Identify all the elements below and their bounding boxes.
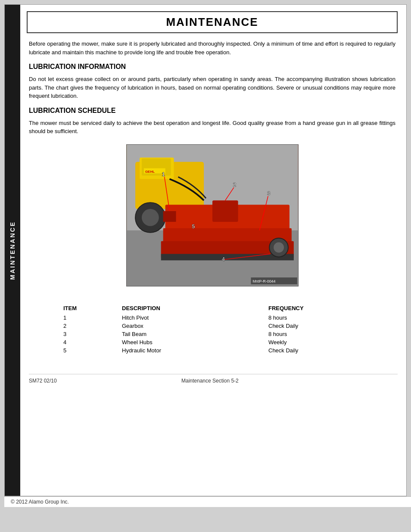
intro-paragraph: Before operating the mower, make sure it…	[29, 40, 395, 56]
svg-text:1: 1	[162, 171, 165, 177]
cell-frequency: Check Daily	[268, 322, 378, 330]
svg-rect-16	[163, 211, 176, 222]
cell-item: 2	[63, 322, 122, 330]
cell-description: Hydraulic Motor	[122, 346, 268, 355]
col-header-frequency: FREQUENCY	[268, 304, 378, 314]
cell-item: 4	[63, 338, 122, 346]
table-row: 1Hitch Pivot8 hours	[63, 314, 378, 322]
col-header-description: DESCRIPTION	[122, 304, 268, 314]
sidebar: MAINTENANCE	[5, 5, 20, 496]
mower-image: GEHL	[126, 144, 299, 286]
cell-description: Hitch Pivot	[122, 314, 268, 322]
cell-frequency: 8 hours	[268, 330, 378, 338]
lubrication-info-heading: LUBRICATION INFORMATION	[29, 63, 395, 71]
cell-item: 1	[63, 314, 122, 322]
lubrication-info-text: Do not let excess grease collect on or a…	[29, 75, 395, 100]
title-box: MAINTENANCE	[27, 11, 398, 33]
content-area: MAINTENANCE Before operating the mower, …	[20, 5, 406, 496]
table-row: 4Wheel HubsWeekly	[63, 338, 378, 346]
copyright-text: © 2012 Alamo Group Inc.	[11, 499, 69, 505]
cell-description: Tail Beam	[122, 330, 268, 338]
table-row: 3Tail Beam8 hours	[63, 330, 378, 338]
svg-text:3: 3	[267, 190, 270, 196]
cell-description: Wheel Hubs	[122, 338, 268, 346]
svg-point-8	[142, 209, 159, 226]
footer: SM72 02/10 Maintenance Section 5-2	[29, 374, 398, 386]
lubrication-schedule-heading: LUBRICATION SCHEDULE	[29, 107, 395, 115]
svg-point-18	[274, 242, 284, 252]
image-container: GEHL	[29, 144, 395, 286]
svg-text:GEHL: GEHL	[145, 169, 154, 173]
cell-item: 5	[63, 346, 122, 355]
cell-description: Gearbox	[122, 322, 268, 330]
cell-frequency: Weekly	[268, 338, 378, 346]
lubrication-schedule-text: The mower must be serviced daily to achi…	[29, 119, 395, 136]
svg-rect-15	[212, 200, 238, 222]
svg-text:MntP-R-0044: MntP-R-0044	[252, 279, 275, 283]
cell-item: 3	[63, 330, 122, 338]
table-row: 5Hydraulic MotorCheck Daily	[63, 346, 378, 355]
cell-frequency: 8 hours	[268, 314, 378, 322]
sidebar-label: MAINTENANCE	[9, 221, 16, 280]
col-header-item: ITEM	[63, 304, 122, 314]
copyright-bar: © 2012 Alamo Group Inc.	[4, 496, 411, 507]
svg-text:4: 4	[221, 256, 225, 262]
footer-center: Maintenance Section 5-2	[181, 378, 239, 384]
page-title: MAINTENANCE	[166, 16, 258, 28]
schedule-table: ITEM DESCRIPTION FREQUENCY 1Hitch Pivot8…	[63, 304, 378, 355]
svg-text:5: 5	[192, 223, 195, 229]
schedule-table-container: ITEM DESCRIPTION FREQUENCY 1Hitch Pivot8…	[29, 295, 395, 367]
table-row: 2GearboxCheck Daily	[63, 322, 378, 330]
cell-frequency: Check Daily	[268, 346, 378, 355]
svg-text:2: 2	[233, 181, 236, 188]
footer-left: SM72 02/10	[29, 378, 57, 384]
